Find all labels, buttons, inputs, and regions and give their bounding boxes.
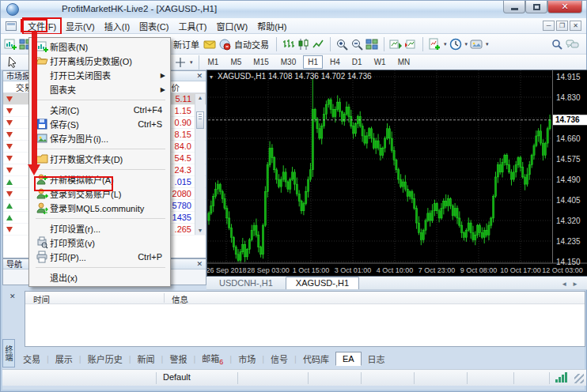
scroll-down-icon[interactable]: ▼: [195, 227, 205, 235]
terminal-tab-交易[interactable]: 交易: [17, 351, 47, 367]
terminal-tab-市场[interactable]: 市场: [232, 351, 262, 367]
terminal-tab-账户历史[interactable]: 账户历史: [81, 351, 129, 367]
chart-window[interactable]: 14.91514.83014.74514.66014.57514.49014.4…: [206, 70, 587, 277]
terminal-tab-EA[interactable]: EA: [335, 352, 362, 366]
autotrading-button[interactable]: 自动交易: [234, 38, 269, 51]
application-window: ProfitMarketHK-Live2 - [XAGUSD-,H1] ✕ 文件…: [0, 0, 587, 392]
menu-item-label: 退出(x): [50, 271, 78, 284]
menu-帮助(H)[interactable]: 帮助(H): [252, 18, 291, 34]
file-menu-item[interactable]: 保存(S)Ctrl+S: [29, 117, 170, 131]
column-time[interactable]: 时间: [33, 293, 50, 305]
title-bar[interactable]: ProfitMarketHK-Live2 - [XAGUSD-,H1] ✕: [1, 1, 586, 18]
templates-icon[interactable]: [469, 37, 484, 51]
search-icon[interactable]: [550, 37, 565, 51]
auto-scroll-icon[interactable]: [388, 37, 403, 51]
file-menu-item[interactable]: 打印设置(r)...: [29, 221, 170, 236]
file-menu-item[interactable]: 图表夹▶: [29, 82, 170, 96]
timeframe-D1[interactable]: D1: [347, 55, 367, 69]
minimize-button[interactable]: [503, 1, 525, 13]
terminal-tab-邮箱[interactable]: 邮箱6: [195, 350, 229, 368]
indicators-icon[interactable]: [427, 37, 442, 51]
terminal-close-icon[interactable]: ✕: [9, 292, 16, 300]
svg-text:14.915: 14.915: [556, 73, 581, 81]
file-menu-item[interactable]: 打开已关闭图表▶: [29, 68, 170, 82]
maximize-button[interactable]: [525, 1, 547, 13]
new-order-button[interactable]: 新订单: [173, 38, 199, 51]
file-menu-item[interactable]: 保存为图片(i)...: [29, 131, 170, 145]
file-menu-item[interactable]: 新图表(N): [29, 40, 170, 54]
chart-tab-XAGUSD-,H1[interactable]: XAGUSD-,H1: [286, 277, 359, 289]
templates-dropdown-icon[interactable]: ▾: [486, 41, 489, 47]
child-restore-button[interactable]: ❐: [556, 21, 568, 31]
chart-tab-USDCNH-,H1[interactable]: USDCNH-,H1: [210, 277, 282, 289]
mailbox-icon[interactable]: [203, 37, 218, 51]
menu-窗口(W)[interactable]: 窗口(W): [211, 18, 252, 34]
terminal-tab-代码库[interactable]: 代码库: [297, 351, 335, 367]
terminal-tab-新闻[interactable]: 新闻: [131, 351, 161, 367]
periods-dropdown-icon[interactable]: ▾: [465, 41, 468, 47]
timeframe-W1[interactable]: W1: [369, 55, 391, 69]
terminal-tab-警报[interactable]: 警报: [163, 351, 193, 367]
close-button[interactable]: ✕: [547, 1, 582, 13]
tab-scroll-left-icon[interactable]: ◄: [561, 281, 572, 288]
scroll-up-icon[interactable]: ▲: [195, 94, 205, 102]
periods-icon[interactable]: [449, 37, 464, 51]
tile-windows-icon[interactable]: [365, 37, 380, 51]
market-watch-close-icon[interactable]: ✕: [196, 71, 203, 81]
file-menu-item[interactable]: 打印预览(v): [29, 236, 170, 250]
terminal-side-tab[interactable]: 终端: [2, 339, 15, 368]
candlestick-chart-icon[interactable]: [296, 37, 311, 51]
timeframe-H1[interactable]: H1: [303, 55, 323, 69]
timeframe-M15[interactable]: M15: [248, 55, 273, 69]
terminal-tab-展示[interactable]: 展示: [49, 351, 79, 367]
svg-text:1 Oct 15:00: 1 Oct 15:00: [293, 266, 330, 274]
terminal-tab-信号[interactable]: 信号: [264, 351, 294, 367]
timeframe-H4[interactable]: H4: [325, 55, 345, 69]
column-message[interactable]: 信息: [172, 293, 188, 305]
menu-插入(I)[interactable]: 插入(I): [100, 18, 134, 34]
chart-window-icon[interactable]: [6, 21, 17, 31]
timeframe-MN[interactable]: MN: [393, 55, 415, 69]
scrollbar-thumb[interactable]: [196, 111, 204, 129]
terminal-tab-日志[interactable]: 日志: [362, 351, 392, 367]
timeframe-M5[interactable]: M5: [225, 55, 246, 69]
profile-indicator[interactable]: Default: [157, 372, 238, 384]
menu-item-label: 打开已关闭图表: [50, 69, 111, 81]
bid-price: 2080: [172, 189, 191, 198]
menu-显示(V)[interactable]: 显示(V): [61, 18, 100, 34]
zoom-in-icon[interactable]: [335, 37, 350, 51]
cursor-icon[interactable]: [5, 55, 20, 70]
market-watch-scrollbar[interactable]: ▲ ▼: [195, 94, 205, 235]
file-menu-item[interactable]: 退出(x): [29, 270, 170, 285]
chat-icon[interactable]: [565, 37, 580, 51]
file-menu-item[interactable]: 打开数据文件夹(D): [29, 152, 170, 166]
timeframe-M30[interactable]: M30: [276, 55, 301, 69]
file-menu-item[interactable]: 打印(P)...Ctrl+P: [29, 250, 170, 264]
resize-grip[interactable]: [574, 374, 584, 383]
price-chart[interactable]: 14.91514.83014.74514.66014.57514.49014.4…: [207, 70, 587, 276]
child-close-button[interactable]: ✕: [570, 21, 581, 31]
tab-scroll-right-icon[interactable]: ►: [572, 281, 583, 288]
file-menu-item[interactable]: 登录到MQL5.community: [29, 201, 170, 215]
app-logo-icon: [6, 3, 19, 16]
annotation-arrow-shaft: [32, 32, 37, 164]
svg-text:14.235: 14.235: [556, 237, 581, 246]
navigator-close-icon[interactable]: ✕: [196, 259, 203, 270]
child-minimize-button[interactable]: ─: [543, 21, 555, 31]
menu-工具(T)[interactable]: 工具(T): [173, 18, 211, 34]
indicators-dropdown-icon[interactable]: ▾: [444, 41, 447, 47]
line-studies-dropdown-icon[interactable]: ▾: [190, 59, 193, 66]
timeframe-M1[interactable]: M1: [203, 55, 224, 69]
menu-图表(C)[interactable]: 图表(C): [134, 18, 173, 34]
crosshair-icon[interactable]: [173, 55, 188, 70]
new-chart-icon[interactable]: [3, 37, 18, 51]
menu-shortcut: Ctrl+S: [138, 119, 162, 129]
zoom-out-icon[interactable]: [350, 37, 365, 51]
menu-bar: 文件(F)显示(V)插入(I)图表(C)工具(T)窗口(W)帮助(H) ─ ❐ …: [1, 18, 586, 34]
file-menu-item[interactable]: 打开离线历史数据(O): [29, 54, 170, 68]
bar-chart-icon[interactable]: [281, 37, 296, 51]
autotrading-icon[interactable]: [218, 37, 233, 51]
line-chart-icon[interactable]: [311, 37, 326, 51]
chart-shift-icon[interactable]: [403, 37, 418, 51]
file-menu-item[interactable]: 关闭(C)Ctrl+F4: [29, 103, 170, 117]
